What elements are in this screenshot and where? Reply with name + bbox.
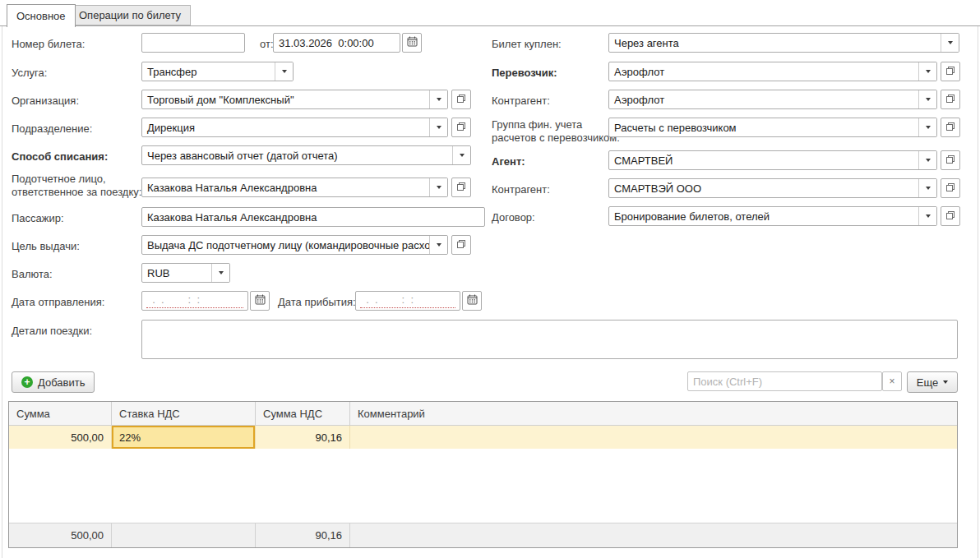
department-open-button[interactable] [451,118,471,137]
search-input[interactable] [687,371,882,391]
chevron-down-icon[interactable] [429,178,447,196]
column-header-vat-rate: Ставка НДС [112,402,256,425]
tab-operations-label: Операции по билету [79,9,181,21]
chevron-down-icon[interactable] [275,62,293,81]
calendar-icon [407,36,418,49]
chevron-down-icon[interactable] [918,179,936,197]
total-comment [350,523,957,547]
add-button[interactable]: Добавить [12,371,95,393]
column-header-vat-sum: Сумма НДС [256,402,350,425]
fin-group-combo[interactable]: Расчеты с перевозчиком [608,118,937,137]
issue-purpose-open-button[interactable] [451,235,471,255]
ticket-date-label: от: [260,38,274,50]
carrier-label: Перевозчик: [492,67,557,79]
carrier-contractor-label: Контрагент: [492,95,550,107]
fin-group-label-line1: Группа фин. учета [492,118,582,131]
ticket-bought-combo[interactable]: Через агента [608,33,959,53]
chevron-down-icon[interactable] [918,90,936,108]
chevron-down-icon[interactable] [918,207,936,225]
open-icon [945,122,955,134]
agent-combo[interactable]: СМАРТВЕЙ [608,150,937,170]
total-sum: 500,00 [9,523,112,547]
cell-vat-rate-selected[interactable]: 22% [112,426,256,449]
organization-open-button[interactable] [451,90,471,109]
open-icon [945,154,955,167]
clear-search-button[interactable]: × [882,371,902,391]
service-combo[interactable]: Трансфер [141,62,294,81]
table-row[interactable]: 500,00 22% 90,16 [9,426,957,449]
tab-main-label: Основное [16,10,66,22]
departure-date-mask: . . : : [146,293,243,308]
trip-details-textarea[interactable] [141,320,958,359]
accountable-person-open-button[interactable] [451,178,471,197]
contract-combo[interactable]: Бронирование билетов, отелей [608,206,937,226]
currency-label: Валюта: [12,268,53,280]
carrier-combo[interactable]: Аэрофлот [608,62,937,81]
chevron-down-icon[interactable] [452,146,470,164]
chevron-down-icon[interactable] [429,236,447,254]
ticket-form-window: Основное Операции по билету Номер билета… [0,0,980,558]
open-icon [456,239,466,251]
more-button[interactable]: Еще [907,371,958,393]
organization-combo[interactable]: Торговый дом "Комплексный" [141,90,448,109]
chevron-down-icon[interactable] [429,118,447,136]
arrival-date-input[interactable]: . . : : [355,291,460,311]
ticket-date-input[interactable]: 31.03.2026 0:00:00 [273,33,400,53]
department-combo[interactable]: Дирекция [141,118,448,137]
agent-contractor-open-button[interactable] [941,178,960,198]
open-icon [945,182,955,195]
calendar-icon [467,294,478,307]
arrival-date-mask: . . : : [360,293,455,308]
close-icon: × [889,376,894,387]
departure-date-calendar-button[interactable] [250,291,270,311]
departure-date-input[interactable]: . . : : [141,291,248,311]
contract-label: Договор: [492,211,535,224]
currency-combo[interactable]: RUB [141,263,230,283]
issue-purpose-combo[interactable]: Выдача ДС подотчетному лицу (командирово… [141,235,448,255]
vat-table: Сумма Ставка НДС Сумма НДС Комментарий 5… [8,401,958,548]
ticket-date-calendar-button[interactable] [402,33,422,53]
page-right-border [978,26,978,558]
departure-date-label: Дата отправления: [12,296,104,308]
agent-contractor-label: Контрагент: [492,183,550,196]
chevron-down-icon[interactable] [918,151,936,169]
tab-ticket-operations[interactable]: Операции по билету [69,5,191,25]
writeoff-method-combo[interactable]: Через авансовый отчет (датой отчета) [141,145,471,165]
ticket-number-input[interactable] [141,33,245,53]
page-left-border [2,26,2,558]
table-totals-row: 500,00 90,16 [9,523,957,547]
fin-group-open-button[interactable] [941,118,960,137]
chevron-down-icon[interactable] [918,62,936,81]
cell-vat-sum[interactable]: 90,16 [256,426,350,449]
calendar-icon [255,294,266,307]
tab-strip-divider [0,25,980,26]
ticket-number-label: Номер билета: [12,38,85,50]
chevron-down-icon[interactable] [941,34,959,52]
carrier-open-button[interactable] [941,62,960,81]
accountable-person-label-line1: Подотчетное лицо, [12,173,106,185]
ticket-bought-label: Билет куплен: [492,38,562,50]
fin-group-label-line2: расчетов с перевозчиком: [492,131,620,144]
open-icon [945,66,955,78]
passenger-input[interactable]: Казакова Наталья Александровна [141,207,485,227]
arrival-date-calendar-button[interactable] [462,291,482,311]
carrier-contractor-open-button[interactable] [941,90,960,109]
chevron-down-icon[interactable] [918,118,936,136]
tab-main[interactable]: Основное [7,4,76,27]
accountable-person-combo[interactable]: Казакова Наталья Александровна [141,178,448,197]
agent-contractor-combo[interactable]: СМАРТВЭЙ ООО [608,178,937,198]
arrival-date-label: Дата прибытия: [278,296,356,308]
total-vat-sum: 90,16 [256,523,350,547]
contract-open-button[interactable] [941,206,960,226]
agent-label: Агент: [492,155,525,168]
carrier-contractor-combo[interactable]: Аэрофлот [608,90,937,109]
cell-sum[interactable]: 500,00 [9,426,112,449]
cell-comment[interactable] [350,426,957,449]
open-icon [456,94,466,106]
agent-open-button[interactable] [941,150,960,170]
chevron-down-icon[interactable] [429,90,447,108]
total-vat-rate [112,523,256,547]
trip-details-label: Детали поездки: [12,325,92,337]
more-button-label: Еще [917,376,938,389]
chevron-down-icon[interactable] [211,264,229,282]
